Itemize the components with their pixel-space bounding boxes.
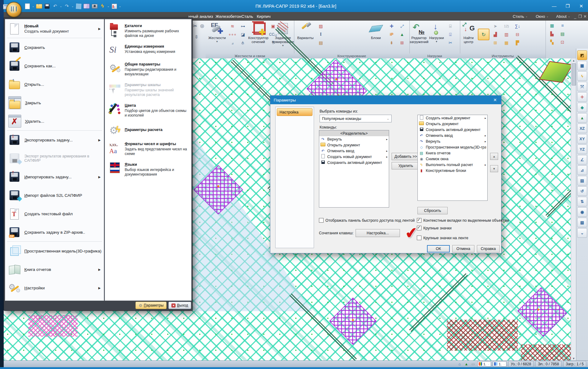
sum-icon[interactable]: ∑↓ bbox=[513, 22, 522, 30]
list-item[interactable]: ◉Снимок окна bbox=[418, 156, 487, 162]
exit-button[interactable]: ✕Выход bbox=[168, 302, 191, 309]
add-element-button[interactable]: ✛ bbox=[577, 92, 587, 102]
chart-icon[interactable] bbox=[111, 3, 118, 10]
reset-button[interactable]: Сбросить bbox=[417, 207, 448, 214]
menu-item-delete[interactable]: ✗ Удалить... bbox=[5, 112, 104, 130]
canvas-vertical-scrollbar[interactable]: ▲ ▼ bbox=[571, 58, 576, 361]
hatch-button[interactable]: ▧ bbox=[577, 218, 587, 227]
new-dropdown-icon[interactable]: ⌄ bbox=[32, 5, 34, 8]
eraser-icon[interactable]: ▭ bbox=[471, 362, 476, 366]
menu-item-open[interactable]: ↑ Открыть... bbox=[5, 75, 104, 93]
run-dropdown-icon[interactable]: ⌄ bbox=[107, 5, 110, 8]
undo-dropdown-icon[interactable]: ⌄ bbox=[60, 5, 62, 8]
projection-button[interactable]: ▦ bbox=[577, 61, 587, 70]
menu-item-close[interactable]: ↓ Закрыть bbox=[5, 93, 104, 112]
menu-item-import-task[interactable]: ↑ Импортировать задачу... ▶ bbox=[5, 168, 104, 186]
add-node-icon[interactable]: ✛ bbox=[387, 22, 396, 30]
list-item[interactable]: ↷Вернуть▸ bbox=[418, 138, 487, 144]
commands-list[interactable]: <Разделитель> ↷Вернуть▸ Открыть документ… bbox=[319, 130, 389, 208]
menu-item-import-s2l[interactable]: ◈ Импорт файлов S2L САПФИР bbox=[5, 186, 104, 204]
list-icon[interactable]: ≡ bbox=[558, 22, 567, 29]
list-item[interactable]: Создать новый документ▸ bbox=[319, 154, 389, 160]
ruler-icon[interactable]: ⇳ bbox=[195, 34, 199, 40]
list-item[interactable]: ◇Пространственная модель(3D-графи bbox=[418, 144, 487, 150]
submenu-item-units[interactable]: Si Единицы измеренияУстановка единиц изм… bbox=[105, 41, 191, 59]
load-editor-button[interactable]: ↶№ Редактор загружений bbox=[410, 22, 428, 53]
node-link-icon[interactable]: ⫛ bbox=[238, 39, 248, 46]
checkbox-large-icons[interactable]: Крупные значки bbox=[417, 226, 452, 230]
add-button[interactable]: Добавить >> bbox=[392, 153, 420, 160]
scissors-icon[interactable]: ✂ bbox=[193, 23, 197, 29]
distributed-load-icon[interactable]: ⍗ bbox=[446, 31, 455, 38]
tab-reinforced-concrete[interactable]: Железобетон bbox=[215, 12, 241, 21]
updown-button[interactable]: ⇅ bbox=[577, 197, 587, 206]
list-item[interactable]: ↶Отменить ввод▸ bbox=[319, 148, 389, 154]
diamond-view-button[interactable]: ◆ bbox=[577, 103, 587, 112]
view-3d-button[interactable]: ◩ bbox=[577, 50, 587, 60]
undo-icon[interactable]: ↶ bbox=[52, 3, 58, 10]
epure-icon[interactable]: ▥ bbox=[502, 31, 511, 38]
checkbox-context-tabs[interactable]: Контекстные вкладки по выделенным объект… bbox=[417, 218, 509, 223]
submenu-item-number-formats[interactable]: x,xx.. Aa Форматы чисел и шрифтыЗадать в… bbox=[105, 139, 191, 159]
plane-xy-button[interactable]: XY bbox=[577, 134, 587, 144]
submenu-item-colors[interactable]: ЦветаПодбор цветов для объектов схемы и … bbox=[105, 100, 191, 121]
more-tools-button[interactable]: ⌄ bbox=[577, 228, 587, 238]
report-book-icon[interactable] bbox=[83, 3, 90, 10]
pressure-icon[interactable]: ⌸ bbox=[446, 22, 455, 30]
menu-item-settings[interactable]: ⚙⚙ Настройки ▶ bbox=[5, 279, 104, 297]
options-button[interactable]: ⚙Параметры bbox=[135, 302, 167, 309]
close-button[interactable]: ✕ bbox=[574, 0, 588, 12]
ibeam-icon[interactable]: I bbox=[316, 31, 325, 38]
submenu-item-calc-options[interactable]: ⚙ϟ Параметры расчета bbox=[105, 121, 191, 139]
list-item[interactable]: ▮Конструктивные блоки bbox=[418, 168, 487, 173]
list-item[interactable]: ↷Вернуть▸ bbox=[319, 136, 389, 142]
dialog-titlebar[interactable]: Параметры bbox=[270, 96, 501, 104]
graph-icon[interactable]: ▙ bbox=[547, 30, 557, 38]
menu-item-3d-model[interactable]: Пространственная модель(3D-графика) bbox=[5, 242, 104, 260]
plane-yz-button[interactable]: YZ bbox=[577, 145, 587, 154]
mosaic-c-icon[interactable]: ⊞ bbox=[491, 39, 500, 46]
mdi-restore-icon[interactable]: ❐ bbox=[578, 12, 582, 21]
green-up-icon[interactable]: ▲ bbox=[464, 362, 469, 366]
menu-item-new[interactable]: НовыйСоздать новый документ ▶ bbox=[5, 19, 104, 38]
list-item[interactable]: Открыть документ bbox=[319, 142, 389, 148]
section-builder-button[interactable]: ✚ Конструктор сечений bbox=[249, 22, 268, 53]
maximize-button[interactable]: ❐ bbox=[561, 0, 574, 12]
table-gold-icon[interactable]: ▛ bbox=[513, 39, 522, 46]
list-item[interactable]: ↶Отменить ввод▸ bbox=[418, 133, 487, 138]
menu-item-create-text-file[interactable]: T Создать текстовый файл bbox=[5, 204, 104, 223]
mosaic-icon[interactable]: ▦ bbox=[502, 39, 511, 46]
variants-button[interactable]: Варианты bbox=[296, 22, 315, 53]
numbering-icon[interactable]: 12) bbox=[502, 22, 511, 30]
blocks-button[interactable]: Блоки bbox=[366, 22, 385, 53]
run-calculation-icon[interactable]: ϟ bbox=[99, 3, 106, 10]
list-item[interactable]: Открыть документ bbox=[418, 121, 487, 127]
brick-icon[interactable]: ▤ bbox=[316, 39, 325, 46]
flash-calc-button[interactable]: ϟ bbox=[577, 71, 587, 81]
magnifier-icon[interactable]: ◎ bbox=[200, 23, 204, 29]
menu-item-save-zip[interactable]: ZIP Сохранить задачу в ZIP-архив.. bbox=[5, 223, 104, 241]
menu-style[interactable]: Стиль⌄ bbox=[513, 12, 528, 21]
3d-model-icon[interactable] bbox=[75, 3, 82, 10]
mode-combo[interactable]: 1.⌄ bbox=[493, 361, 506, 367]
hinges-icon[interactable]: ∘∘∘ bbox=[228, 31, 237, 38]
matrix-icon[interactable]: ▚ bbox=[547, 38, 557, 46]
list-item[interactable]: Сохранить активный документ bbox=[418, 127, 487, 133]
save-icon[interactable] bbox=[44, 3, 50, 10]
find-center-button[interactable]: G ⤢ ↓ Найти центр bbox=[461, 22, 477, 53]
tab-steel[interactable]: Сталь bbox=[241, 12, 253, 21]
list-item[interactable]: <Разделитель> bbox=[319, 130, 389, 136]
grid-add-icon[interactable]: ⊞ bbox=[397, 39, 407, 46]
hanger-icon[interactable]: ⟓ bbox=[228, 39, 237, 46]
minimize-button[interactable]: — bbox=[547, 0, 561, 12]
help-button[interactable]: Справка bbox=[477, 245, 500, 252]
tab-customize[interactable]: Настройка bbox=[277, 108, 312, 116]
grid-button[interactable]: ▤ bbox=[577, 176, 587, 185]
menu-item-save-as[interactable]: Сохранить как... bbox=[5, 57, 104, 75]
move-up-button[interactable]: ▲ bbox=[490, 153, 498, 160]
quick-access-list[interactable]: Создать новый документ▸ Открыть документ… bbox=[417, 115, 488, 201]
diagonal-add-icon[interactable]: ⤢ bbox=[397, 22, 407, 30]
redo-icon[interactable]: ↷ bbox=[63, 3, 70, 10]
book-small-icon[interactable]: ▤ bbox=[558, 30, 567, 38]
plane-xz-button[interactable]: XZ bbox=[577, 124, 587, 133]
